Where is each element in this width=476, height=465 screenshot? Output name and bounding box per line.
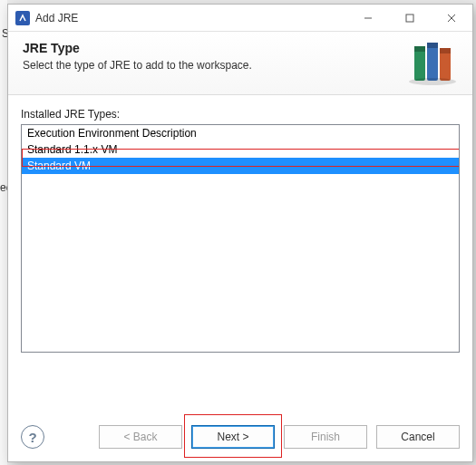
- page-title: JRE Type: [23, 41, 458, 55]
- svg-point-10: [409, 78, 456, 85]
- books-icon: [409, 37, 461, 86]
- next-button-wrap: Next >: [191, 425, 275, 449]
- maximize-button[interactable]: [389, 5, 431, 32]
- add-jre-dialog: Add JRE JRE Type Select the type of JRE …: [7, 4, 473, 462]
- wizard-body: Installed JRE Types: Execution Environme…: [8, 95, 472, 416]
- window-controls: [347, 5, 472, 32]
- list-item[interactable]: Standard 1.1.x VM: [22, 141, 459, 158]
- list-label: Installed JRE Types:: [21, 108, 460, 121]
- close-button[interactable]: [431, 5, 472, 32]
- cancel-button[interactable]: Cancel: [376, 425, 460, 449]
- finish-button[interactable]: Finish: [284, 425, 367, 449]
- wizard-footer: ? < Back Next > Finish Cancel: [8, 416, 472, 461]
- list-item[interactable]: Standard VM: [22, 158, 459, 174]
- svg-rect-7: [427, 43, 438, 48]
- svg-rect-1: [406, 15, 413, 22]
- background-stripe: [0, 0, 7, 465]
- page-subtitle: Select the type of JRE to add to the wor…: [23, 59, 458, 72]
- help-icon: ?: [28, 430, 36, 445]
- help-button[interactable]: ?: [21, 425, 44, 449]
- wizard-header: JRE Type Select the type of JRE to add t…: [8, 32, 472, 95]
- svg-rect-9: [440, 48, 451, 53]
- svg-rect-5: [414, 46, 425, 52]
- minimize-button[interactable]: [347, 5, 389, 32]
- window-title: Add JRE: [35, 12, 78, 24]
- jre-types-list[interactable]: Execution Environment Description Standa…: [21, 124, 460, 353]
- svg-rect-6: [427, 43, 438, 81]
- app-icon: [15, 11, 30, 25]
- back-button[interactable]: < Back: [99, 425, 182, 449]
- next-button[interactable]: Next >: [191, 425, 275, 449]
- list-item[interactable]: Execution Environment Description: [22, 125, 459, 141]
- titlebar: Add JRE: [8, 5, 472, 32]
